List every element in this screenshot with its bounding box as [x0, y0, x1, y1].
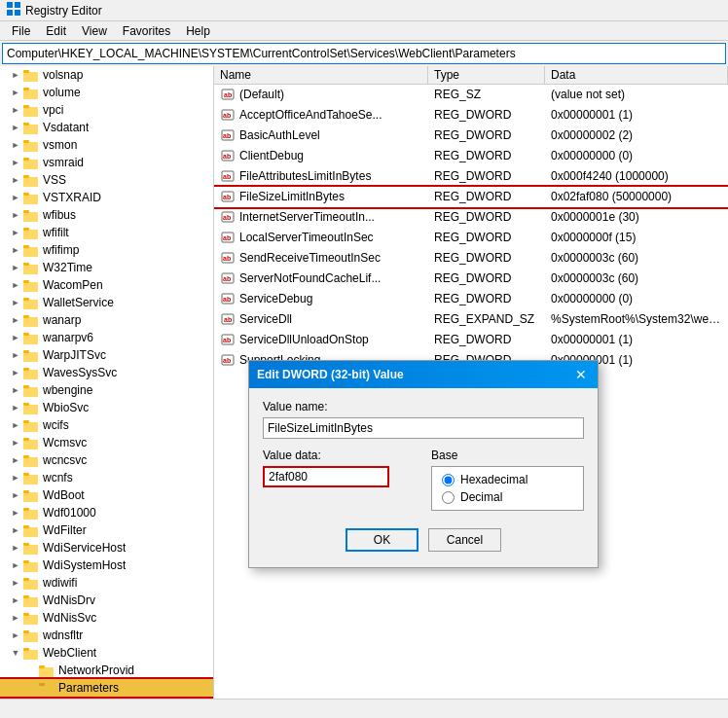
dialog-close-button[interactable]: ✕ [572, 366, 590, 383]
value-data-col: Value data: [263, 449, 416, 511]
decimal-radio[interactable] [442, 491, 455, 504]
value-data-input[interactable] [263, 466, 389, 487]
dialog-data-row: Value data: Base Hexadecimal Decimal [263, 449, 584, 511]
decimal-label: Decimal [460, 490, 502, 504]
dialog-buttons: OK Cancel [263, 521, 584, 556]
value-data-label: Value data: [263, 449, 416, 462]
edit-dword-dialog: Edit DWORD (32-bit) Value ✕ Value name: … [248, 360, 599, 568]
dialog-title-bar: Edit DWORD (32-bit) Value ✕ [249, 361, 598, 388]
dialog-title: Edit DWORD (32-bit) Value [257, 368, 404, 381]
hexadecimal-label: Hexadecimal [460, 473, 528, 486]
hexadecimal-option[interactable]: Hexadecimal [442, 473, 573, 486]
cancel-button[interactable]: Cancel [428, 528, 501, 552]
value-name-input[interactable] [263, 417, 584, 439]
dialog-body: Value name: Value data: Base Hexadecimal [249, 388, 598, 567]
ok-button[interactable]: OK [346, 528, 419, 552]
value-name-label: Value name: [263, 400, 584, 413]
decimal-option[interactable]: Decimal [442, 490, 573, 504]
base-col: Base Hexadecimal Decimal [431, 449, 584, 511]
hexadecimal-radio[interactable] [442, 474, 455, 486]
base-label: Base [431, 449, 584, 462]
base-radio-group: Hexadecimal Decimal [431, 466, 584, 511]
dialog-overlay: Edit DWORD (32-bit) Value ✕ Value name: … [0, 0, 728, 718]
